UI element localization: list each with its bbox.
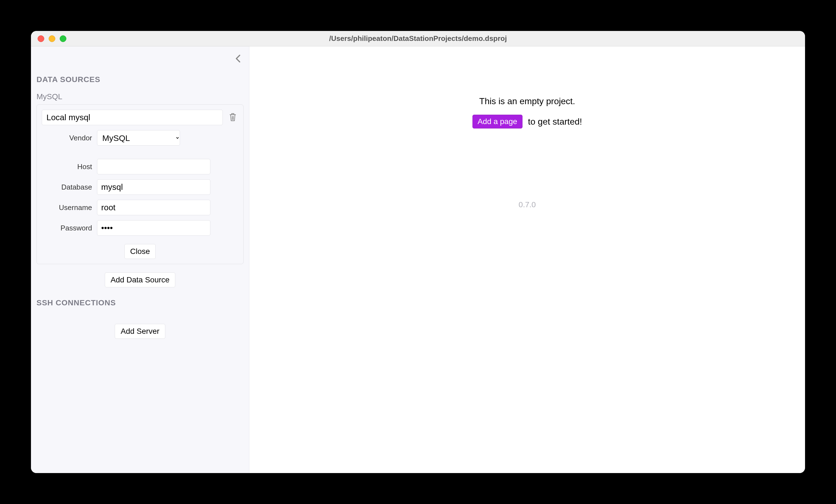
close-button[interactable]: Close [125, 244, 156, 259]
empty-project-text: This is an empty project. [479, 96, 575, 106]
collapse-sidebar-button[interactable] [232, 53, 244, 64]
vendor-select[interactable]: MySQL [97, 130, 180, 146]
add-server-button[interactable]: Add Server [115, 324, 165, 339]
close-window-button[interactable] [38, 35, 44, 42]
database-row: Database [42, 179, 238, 195]
database-input[interactable] [97, 179, 210, 195]
datasource-name-input[interactable] [42, 110, 223, 125]
host-row: Host [42, 159, 238, 174]
datasources-header: DATA SOURCES [37, 75, 244, 84]
username-row: Username [42, 200, 238, 215]
traffic-lights [31, 35, 66, 42]
vendor-row: Vendor MySQL [42, 130, 238, 146]
username-input[interactable] [97, 200, 210, 215]
delete-datasource-button[interactable] [227, 112, 238, 123]
database-label: Database [42, 183, 97, 192]
password-input[interactable] [97, 220, 210, 236]
app-body: DATA SOURCES MySQL Vendor MySQL [31, 46, 805, 473]
add-page-row: Add a page to get started! [473, 115, 582, 129]
get-started-text: to get started! [528, 117, 582, 127]
add-page-button[interactable]: Add a page [473, 115, 522, 129]
chevron-left-icon [235, 55, 241, 62]
main-area: This is an empty project. Add a page to … [249, 46, 805, 473]
version-text: 0.7.0 [519, 200, 536, 209]
username-label: Username [42, 203, 97, 212]
datasource-type-label: MySQL [37, 92, 244, 101]
titlebar: /Users/philipeaton/DataStationProjects/d… [31, 31, 805, 46]
window-title: /Users/philipeaton/DataStationProjects/d… [31, 34, 805, 43]
minimize-window-button[interactable] [49, 35, 55, 42]
password-label: Password [42, 224, 97, 232]
maximize-window-button[interactable] [60, 35, 66, 42]
add-datasource-button[interactable]: Add Data Source [105, 272, 175, 287]
trash-icon [229, 113, 236, 122]
host-label: Host [42, 162, 97, 171]
datasource-header-row [42, 110, 238, 125]
vendor-label: Vendor [42, 134, 97, 142]
sidebar: DATA SOURCES MySQL Vendor MySQL [31, 46, 249, 473]
ssh-header: SSH CONNECTIONS [37, 298, 244, 307]
password-row: Password [42, 220, 238, 236]
host-input[interactable] [97, 159, 210, 174]
datasource-card: Vendor MySQL Host Database Username [37, 104, 244, 264]
app-window: /Users/philipeaton/DataStationProjects/d… [31, 31, 805, 473]
